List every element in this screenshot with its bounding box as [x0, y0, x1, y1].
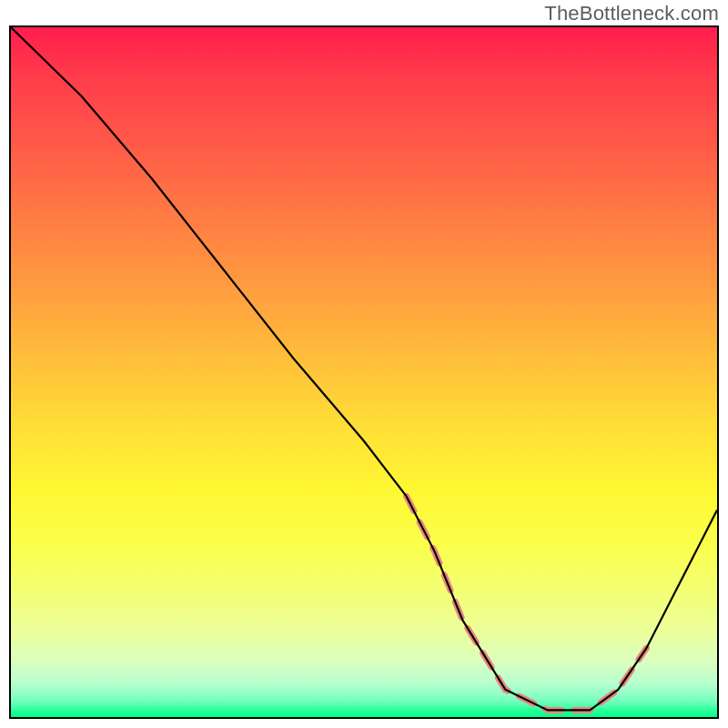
- plot-area: [9, 25, 719, 719]
- curve-svg: [11, 27, 717, 717]
- valley-highlight: [407, 496, 647, 710]
- watermark-text: TheBottleneck.com: [544, 2, 719, 25]
- bottleneck-curve: [11, 27, 717, 710]
- chart-container: TheBottleneck.com: [0, 0, 728, 728]
